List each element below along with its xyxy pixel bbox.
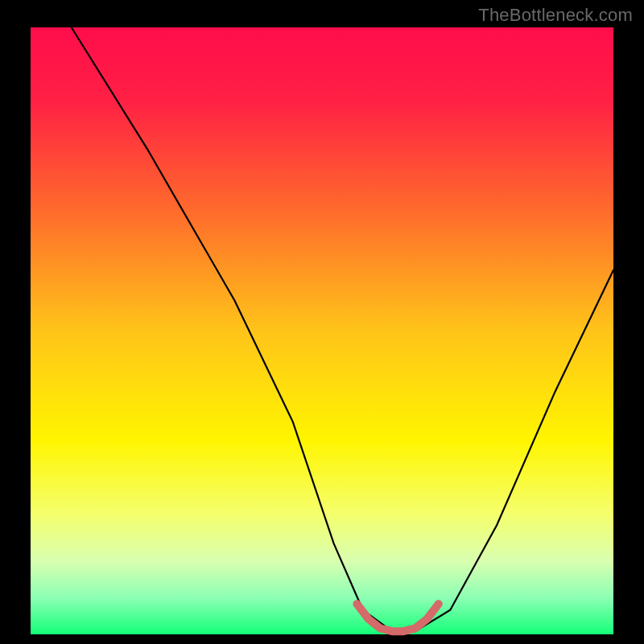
chart-frame: { "watermark": "TheBottleneck.com", "cha… xyxy=(0,0,644,644)
plot-background xyxy=(31,27,613,634)
chart-svg xyxy=(0,0,644,644)
watermark-text: TheBottleneck.com xyxy=(478,5,633,26)
